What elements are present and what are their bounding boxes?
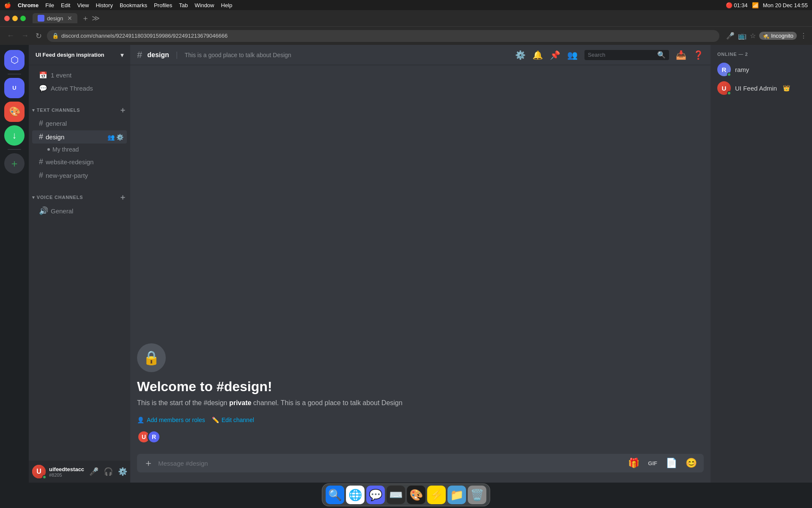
- minimize-button[interactable]: [12, 16, 18, 21]
- text-section-chevron: ▾: [32, 108, 35, 113]
- maximize-button[interactable]: [20, 16, 26, 21]
- notification-icon[interactable]: 🔔: [532, 50, 543, 60]
- tab-menu[interactable]: Tab: [179, 2, 188, 8]
- active-tab[interactable]: design ✕: [33, 13, 77, 23]
- channel-settings-icon[interactable]: ⚙️: [515, 50, 526, 60]
- attach-button[interactable]: ＋: [142, 455, 155, 471]
- gift-button[interactable]: 🎁: [626, 456, 641, 470]
- server-icon-1[interactable]: U: [4, 78, 25, 98]
- member-name-ramy: ramy: [735, 66, 749, 73]
- dock-lightning[interactable]: ⚡: [427, 486, 446, 504]
- new-tab-button[interactable]: ＋: [82, 13, 89, 23]
- channel-website-redesign[interactable]: # website-redesign: [32, 155, 127, 168]
- dock-discord[interactable]: 💬: [366, 486, 385, 504]
- dock-finder[interactable]: 🔍: [326, 486, 344, 504]
- tab-favicon: [38, 15, 44, 22]
- dock-folder[interactable]: 📁: [447, 486, 466, 504]
- settings-icon[interactable]: ⚙️: [116, 134, 123, 141]
- mac-dock: 🔍 🌐 💬 ⌨️ 🎨 ⚡ 📁 🗑️: [322, 483, 490, 506]
- tab-more-button[interactable]: ≫: [92, 14, 100, 22]
- lock-icon: 🔒: [52, 33, 59, 39]
- user-settings-button[interactable]: ⚙️: [116, 465, 129, 478]
- voice-channels-section[interactable]: ▾ VOICE CHANNELS ＋: [29, 185, 130, 204]
- pin-icon[interactable]: 📌: [550, 50, 560, 60]
- voice-general[interactable]: 🔊 General: [32, 204, 127, 218]
- gif-button[interactable]: GIF: [646, 458, 659, 468]
- reload-button[interactable]: ↻: [34, 30, 44, 42]
- address-bar[interactable]: 🔒 discord.com/channels/92249118030915998…: [47, 30, 719, 42]
- channel-sidebar: UI Feed design inspiration ▾ 📅 1 event 💬…: [29, 45, 130, 483]
- server-icon-2[interactable]: 🎨: [4, 102, 25, 122]
- browser-menu-icon[interactable]: ⋮: [800, 32, 807, 40]
- bookmark-star-icon[interactable]: ☆: [750, 32, 756, 40]
- server-header[interactable]: UI Feed design inspiration ▾: [29, 45, 130, 65]
- inbox-icon[interactable]: 📥: [676, 50, 686, 60]
- channel-header-name: design: [147, 51, 169, 59]
- url-text: discord.com/channels/922491180309159986/…: [61, 33, 228, 39]
- chrome-menu[interactable]: Chrome: [18, 2, 38, 8]
- search-icon: 🔍: [657, 51, 666, 59]
- dock-trash[interactable]: 🗑️: [468, 486, 486, 504]
- add-server-button[interactable]: ＋: [4, 153, 25, 174]
- thread-my-thread[interactable]: My thread: [32, 144, 127, 155]
- discord-home-button[interactable]: ⬡: [4, 50, 25, 70]
- mic-browser-icon[interactable]: 🎤: [726, 32, 735, 40]
- datetime: Mon 20 Dec 14:55: [763, 2, 808, 8]
- window-menu[interactable]: Window: [195, 2, 214, 8]
- member-ramy[interactable]: R ramy: [714, 60, 809, 79]
- tab-close-button[interactable]: ✕: [67, 15, 72, 22]
- add-member-icon[interactable]: 👥: [107, 134, 115, 141]
- add-text-channel-button[interactable]: ＋: [119, 105, 127, 115]
- calendar-icon: 📅: [39, 71, 47, 79]
- dock-figma[interactable]: 🎨: [407, 486, 425, 504]
- channel-hash-icon: #: [137, 50, 142, 61]
- active-threads-item[interactable]: 💬 Active Threads: [32, 82, 127, 95]
- help-menu[interactable]: Help: [221, 2, 233, 8]
- emoji-button[interactable]: 😊: [684, 456, 699, 470]
- member-uifeed-admin[interactable]: U UI Feed Admin 👑: [714, 79, 809, 97]
- search-box[interactable]: Search 🔍: [584, 50, 669, 60]
- channel-design[interactable]: # design 👥 ⚙️: [32, 130, 127, 144]
- event-item[interactable]: 📅 1 event: [32, 69, 127, 82]
- sticker-button[interactable]: 📄: [664, 456, 679, 470]
- user-info: uifeedtestacc #8205: [49, 466, 84, 478]
- channel-general[interactable]: # general: [32, 117, 127, 130]
- server-divider-2: [8, 149, 21, 150]
- lock-hash-icon: 🔒: [143, 350, 160, 366]
- channel-header: # design | This is a good place to talk …: [130, 45, 710, 65]
- welcome-title: Welcome to #design!: [137, 379, 704, 395]
- cast-icon[interactable]: 📺: [738, 32, 746, 40]
- welcome-section: 🔒 Welcome to #design! This is the start …: [130, 337, 710, 454]
- channel-design-actions: 👥 ⚙️: [107, 134, 123, 141]
- text-channels-section[interactable]: ▾ TEXT CHANNELS ＋: [29, 98, 130, 117]
- headphone-button[interactable]: 🎧: [102, 465, 115, 478]
- dock-terminal[interactable]: ⌨️: [387, 486, 405, 504]
- forward-button[interactable]: →: [19, 30, 30, 42]
- active-threads-label: Active Threads: [51, 85, 93, 92]
- add-voice-channel-button[interactable]: ＋: [119, 192, 127, 202]
- mic-button[interactable]: 🎤: [88, 465, 100, 478]
- add-members-button[interactable]: 👤 Add members or roles: [137, 417, 205, 423]
- edit-channel-button[interactable]: ✏️ Edit channel: [212, 417, 254, 423]
- battery-status: 🔴 01:34: [726, 2, 748, 8]
- member-online-dot-uifeed: [727, 91, 731, 95]
- threads-icon: 💬: [39, 84, 47, 92]
- channel-new-year-party[interactable]: # new-year-party: [32, 169, 127, 182]
- dock-chrome[interactable]: 🌐: [346, 486, 365, 504]
- edit-menu[interactable]: Edit: [61, 2, 70, 8]
- help-icon[interactable]: ❓: [693, 50, 704, 60]
- user-area: U uifeedtestacc #8205 🎤 🎧 ⚙️: [29, 461, 130, 483]
- member-name-uifeed: UI Feed Admin: [735, 85, 777, 92]
- profiles-menu[interactable]: Profiles: [154, 2, 172, 8]
- server-list: ⬡ U 🎨 ↓ ＋: [0, 45, 29, 483]
- member-list-icon[interactable]: 👥: [567, 50, 578, 60]
- file-menu[interactable]: File: [45, 2, 54, 8]
- server-icon-3[interactable]: ↓: [4, 125, 25, 146]
- history-menu[interactable]: History: [96, 2, 112, 8]
- close-button[interactable]: [4, 16, 10, 21]
- apple-menu[interactable]: 🍎: [4, 2, 11, 8]
- bookmarks-menu[interactable]: Bookmarks: [120, 2, 147, 8]
- view-menu[interactable]: View: [77, 2, 89, 8]
- window-controls: [4, 16, 26, 21]
- back-button[interactable]: ←: [5, 30, 16, 42]
